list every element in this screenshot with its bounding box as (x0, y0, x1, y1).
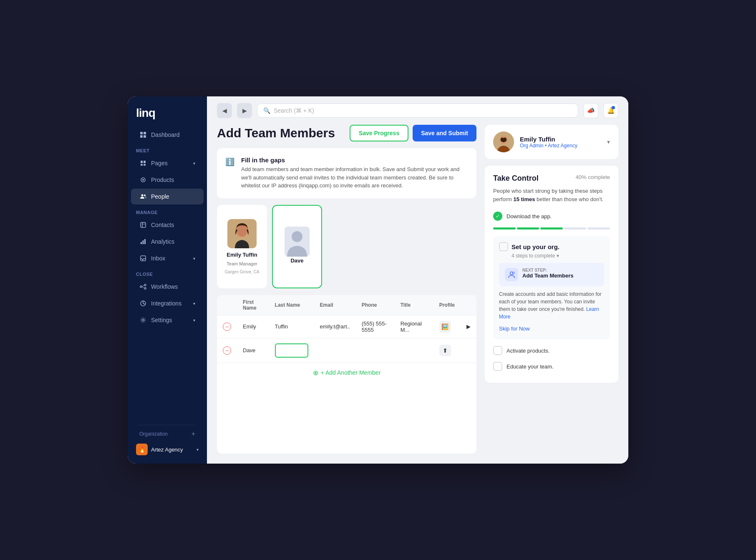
org-section-label: Organization (139, 431, 168, 437)
user-name: Emily Tuffin (520, 136, 601, 143)
sidebar-item-analytics[interactable]: Analytics (131, 234, 204, 250)
chevron-down-icon: ▾ (193, 256, 195, 261)
sidebar-section-meet: Meet (128, 143, 207, 155)
sidebar-item-dashboard[interactable]: Dashboard (131, 127, 204, 143)
forward-button[interactable]: ▶ (237, 103, 252, 118)
skip-button[interactable]: Skip for Now (499, 324, 530, 333)
info-text: Add team members and team member informa… (241, 165, 468, 190)
save-progress-button[interactable]: Save Progress (350, 125, 408, 141)
user-role-org: Org Admin • Artez Agency (520, 143, 601, 149)
sidebar-item-contacts[interactable]: Contacts (131, 217, 204, 233)
first-name-cell[interactable]: Emily (237, 315, 269, 338)
remove-row-button[interactable]: − (223, 323, 231, 331)
phone-cell[interactable]: (555) 555-5555 (356, 315, 395, 338)
svg-rect-12 (141, 222, 146, 227)
svg-rect-6 (141, 164, 143, 166)
back-button[interactable]: ◀ (217, 103, 232, 118)
sidebar-item-pages[interactable]: Pages ▾ (131, 155, 204, 171)
bold-text: 15 times (513, 196, 535, 202)
settings-icon (139, 316, 147, 324)
products-icon (139, 176, 147, 184)
setup-org-title: Set up your org. (512, 243, 559, 250)
active-input-cell[interactable] (275, 343, 308, 358)
download-label: Download the app. (507, 213, 552, 219)
profile-cell: ⬆ (433, 338, 461, 363)
share-button[interactable]: ⬆ (439, 345, 451, 356)
progress-seg-4 (564, 227, 587, 230)
col-remove (217, 295, 237, 315)
remove-cell: − (217, 338, 237, 363)
sidebar-item-integrations[interactable]: Integrations ▾ (131, 295, 204, 311)
svg-point-11 (144, 194, 146, 196)
educate-checkbox[interactable] (493, 362, 502, 371)
sidebar-item-label: Contacts (151, 222, 174, 228)
next-step-title: Add Team Members (522, 272, 574, 279)
sidebar-item-label: Workflows (151, 283, 178, 290)
col-email: Email (314, 295, 356, 315)
sidebar-item-products[interactable]: Products (131, 172, 204, 188)
sidebar-item-inbox[interactable]: Inbox ▾ (131, 250, 204, 266)
sidebar-item-settings[interactable]: Settings ▾ (131, 312, 204, 328)
steps-chevron-icon: ▾ (557, 253, 559, 259)
sidebar-item-label: Integrations (151, 300, 181, 307)
chevron-down-icon: ▾ (193, 318, 195, 323)
sidebar-section-manage: Manage (128, 205, 207, 217)
user-org: Artez Agency (548, 143, 577, 149)
email-cell[interactable]: emily.t@art.. (314, 315, 356, 338)
search-bar[interactable]: 🔍 Search (⌘ + K) (257, 103, 578, 118)
first-name-cell[interactable]: Dave (237, 338, 269, 363)
org-switcher[interactable]: 🔥 Artez Agency ▾ (131, 440, 204, 459)
check-done-icon: ✓ (493, 212, 502, 221)
activate-checkbox[interactable] (493, 346, 502, 355)
sidebar-item-label: Analytics (151, 238, 174, 245)
contacts-icon (139, 221, 147, 229)
add-org-icon[interactable]: + (192, 430, 195, 438)
progress-seg-3 (540, 227, 563, 230)
add-member-button[interactable]: ⊕ + Add Another Member (217, 363, 476, 383)
info-icon: ℹ️ (225, 157, 234, 166)
email-cell[interactable] (314, 338, 356, 363)
svg-point-25 (142, 319, 144, 321)
team-card-dave[interactable]: Dave (272, 205, 322, 288)
user-role: Org Admin (520, 143, 544, 149)
notification-button[interactable]: 🔔 (603, 103, 618, 118)
take-control-title: Take Control (493, 174, 539, 183)
integrations-icon (139, 300, 147, 307)
sidebar-item-label: Inbox (151, 255, 165, 262)
check-item-activate: Activate products. (493, 343, 610, 358)
setup-org-checkbox[interactable] (499, 242, 508, 251)
save-submit-button[interactable]: Save and Submit (413, 125, 476, 141)
last-name-cell-active[interactable] (269, 338, 314, 363)
data-table: First Name Last Name Email Phone Title P… (217, 295, 476, 363)
educate-label: Educate your team. (507, 363, 554, 370)
announcement-icon: 📣 (587, 107, 595, 114)
title-cell[interactable] (395, 338, 433, 363)
remove-row-button[interactable]: − (223, 346, 231, 355)
check-item-download: ✓ Download the app. (493, 208, 610, 224)
profile-chevron-icon[interactable]: ▾ (607, 139, 610, 145)
progress-seg-5 (587, 227, 610, 230)
profile-image-button[interactable]: 🖼️ (439, 321, 451, 333)
sidebar-item-people[interactable]: People (131, 189, 204, 204)
steps-to-complete[interactable]: 4 steps to complete ▾ (499, 253, 604, 259)
svg-point-30 (292, 231, 302, 242)
svg-rect-3 (144, 135, 146, 138)
activate-label: Activate products. (507, 348, 549, 354)
chevron-down-icon: ▾ (193, 301, 195, 306)
progress-bars (493, 227, 610, 230)
team-card-emily[interactable]: Emily Tuffin Team Manager Gargen Grove, … (217, 205, 267, 288)
col-more (461, 295, 476, 315)
announcement-button[interactable]: 📣 (583, 103, 598, 118)
svg-rect-15 (141, 242, 142, 244)
sidebar-item-label: Pages (151, 160, 168, 166)
sidebar-item-workflows[interactable]: Workflows (131, 279, 204, 295)
last-name-cell[interactable]: Tuffin (269, 315, 314, 338)
user-info: Emily Tuffin Org Admin • Artez Agency (520, 136, 601, 149)
svg-rect-17 (144, 239, 146, 244)
search-icon: 🔍 (263, 107, 270, 114)
learn-more-link[interactable]: Learn More (499, 306, 599, 320)
phone-cell[interactable] (356, 338, 395, 363)
title-cell[interactable]: Regional M... (395, 315, 433, 338)
info-content: Fill in the gaps Add team members and te… (241, 156, 468, 190)
separator: • (545, 143, 548, 149)
